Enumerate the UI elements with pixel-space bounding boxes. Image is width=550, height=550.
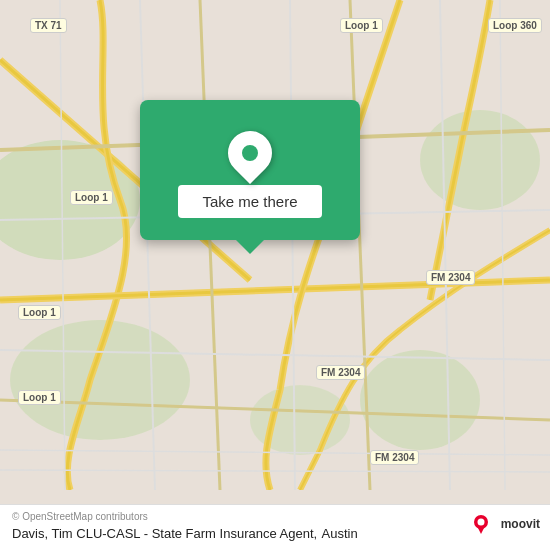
svg-point-2 <box>420 110 540 210</box>
road-label-loop1-top: Loop 1 <box>340 18 383 33</box>
road-label-fm2304-mid: FM 2304 <box>316 365 365 380</box>
place-name: Davis, Tim CLU-CASL - State Farm Insuran… <box>12 526 317 541</box>
popup-card: Take me there <box>140 100 360 240</box>
road-label-tx71: TX 71 <box>30 18 67 33</box>
svg-point-4 <box>360 350 480 450</box>
road-label-fm2304-bottom: FM 2304 <box>370 450 419 465</box>
map-container: TX 71 Loop 1 Loop 360 Loop 1 Loop 1 Loop… <box>0 0 550 550</box>
road-label-loop1-bottom: Loop 1 <box>18 390 61 405</box>
place-city: Austin <box>322 526 358 541</box>
place-info: Davis, Tim CLU-CASL - State Farm Insuran… <box>12 524 358 542</box>
road-label-loop1-left: Loop 1 <box>18 305 61 320</box>
copyright-text: © OpenStreetMap contributors <box>12 511 538 522</box>
moovit-text: moovit <box>501 517 540 531</box>
moovit-icon <box>465 508 497 540</box>
road-label-loop1-mid: Loop 1 <box>70 190 113 205</box>
bottom-bar: © OpenStreetMap contributors Davis, Tim … <box>0 504 550 550</box>
take-me-there-button[interactable]: Take me there <box>178 185 321 218</box>
moovit-logo: moovit <box>465 508 540 540</box>
location-pin <box>219 121 281 183</box>
road-label-loop360: Loop 360 <box>488 18 542 33</box>
road-label-fm2304-right: FM 2304 <box>426 270 475 285</box>
svg-point-26 <box>477 519 484 526</box>
svg-point-3 <box>10 320 190 440</box>
pin-inner <box>242 145 258 161</box>
